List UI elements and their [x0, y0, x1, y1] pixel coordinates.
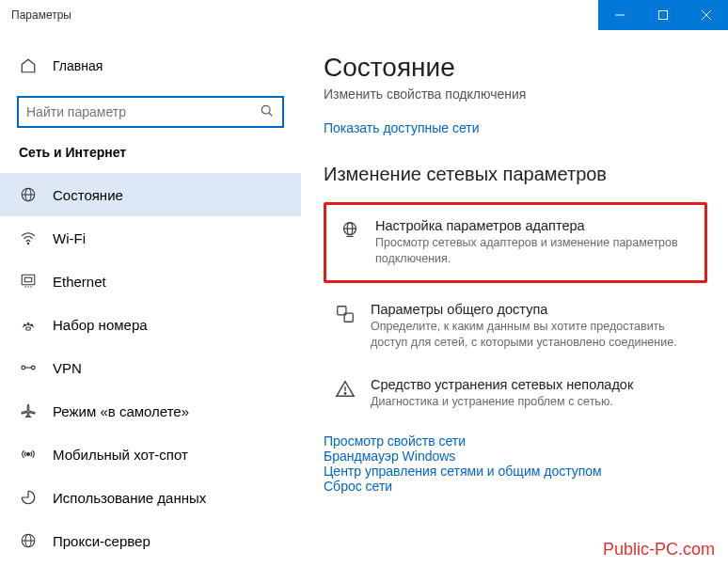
svg-rect-10 — [22, 275, 35, 285]
svg-point-16 — [24, 324, 26, 326]
sidebar-item-datausage[interactable]: Использование данных — [0, 476, 301, 519]
window-controls — [598, 0, 728, 30]
section-title: Изменение сетевых параметров — [324, 164, 707, 185]
adapter-icon — [338, 218, 362, 241]
sidebar-item-label: Прокси-сервер — [53, 533, 150, 549]
svg-line-5 — [269, 113, 272, 116]
svg-rect-15 — [26, 327, 31, 330]
maximize-icon — [658, 10, 668, 20]
sidebar-item-label: Wi-Fi — [53, 230, 86, 246]
page-title: Состояние — [324, 53, 707, 83]
card-desc: Просмотр сетевых адаптеров и изменение п… — [375, 235, 693, 267]
svg-point-22 — [27, 453, 30, 456]
link-network-center[interactable]: Центр управления сетями и общим доступом — [324, 464, 707, 479]
svg-point-18 — [31, 324, 33, 326]
card-adapter-settings[interactable]: Настройка параметров адаптера Просмотр с… — [324, 202, 707, 283]
sidebar-item-label: Ethernet — [53, 274, 106, 290]
sidebar-item-hotspot[interactable]: Мобильный хот-спот — [0, 433, 301, 476]
search-input[interactable] — [26, 104, 260, 119]
card-text: Средство устранения сетевых неполадок Ди… — [371, 377, 633, 410]
sidebar-item-dialup[interactable]: Набор номера — [0, 303, 301, 346]
sidebar-item-label: VPN — [53, 360, 82, 376]
svg-point-17 — [27, 323, 29, 325]
sidebar-item-label: Набор номера — [53, 317, 148, 333]
home-nav-item[interactable]: Главная — [0, 47, 301, 85]
page-subline: Изменить свойства подключения — [324, 87, 707, 102]
sidebar-item-status[interactable]: Состояние — [0, 173, 301, 216]
close-button[interactable] — [685, 0, 728, 30]
link-network-reset[interactable]: Сброс сети — [324, 479, 707, 494]
search-icon — [260, 103, 275, 121]
search-container — [0, 85, 301, 145]
hotspot-icon — [19, 446, 38, 463]
airplane-icon — [19, 402, 38, 419]
troubleshoot-icon — [333, 377, 357, 400]
minimize-button[interactable] — [598, 0, 641, 30]
card-text: Параметры общего доступа Определите, к к… — [371, 302, 698, 351]
svg-point-19 — [22, 366, 25, 370]
card-title: Параметры общего доступа — [371, 302, 698, 317]
svg-rect-11 — [24, 277, 32, 282]
window-title: Параметры — [0, 8, 71, 22]
sidebar-item-label: Мобильный хот-спот — [53, 447, 188, 463]
sidebar-item-proxy[interactable]: Прокси-сервер — [0, 519, 301, 562]
home-label: Главная — [53, 58, 103, 73]
maximize-button[interactable] — [641, 0, 685, 30]
dialup-icon — [19, 316, 38, 333]
watermark: Public-PC.com — [603, 540, 715, 559]
sidebar-item-label: Использование данных — [53, 490, 206, 506]
sidebar-item-label: Режим «в самолете» — [53, 403, 189, 419]
svg-point-9 — [27, 243, 29, 244]
svg-point-4 — [261, 105, 270, 114]
card-text: Настройка параметров адаптера Просмотр с… — [375, 218, 693, 267]
sidebar: Главная Сеть и Интернет Состояние Wi-Fi — [0, 30, 301, 567]
card-desc: Диагностика и устранение проблем с сетью… — [371, 394, 633, 410]
category-header: Сеть и Интернет — [0, 145, 301, 173]
content-panel: Состояние Изменить свойства подключения … — [301, 30, 728, 567]
titlebar: Параметры — [0, 0, 728, 30]
proxy-icon — [19, 532, 38, 549]
sidebar-item-label: Состояние — [53, 187, 123, 203]
link-firewall[interactable]: Брандмауэр Windows — [324, 449, 707, 464]
main-container: Главная Сеть и Интернет Состояние Wi-Fi — [0, 30, 728, 567]
sidebar-item-wifi[interactable]: Wi-Fi — [0, 216, 301, 260]
home-icon — [19, 57, 38, 74]
search-box[interactable] — [17, 96, 284, 128]
sidebar-item-airplane[interactable]: Режим «в самолете» — [0, 389, 301, 433]
vpn-icon — [19, 359, 38, 376]
globe-icon — [19, 186, 38, 203]
svg-point-20 — [31, 366, 35, 370]
link-network-properties[interactable]: Просмотр свойств сети — [324, 433, 707, 449]
sidebar-item-ethernet[interactable]: Ethernet — [0, 260, 301, 303]
sharing-icon — [333, 302, 357, 324]
minimize-icon — [615, 10, 625, 20]
card-desc: Определите, к каким данным вы хотите пре… — [371, 319, 698, 351]
link-show-networks[interactable]: Показать доступные сети — [324, 120, 707, 135]
data-usage-icon — [19, 489, 38, 506]
svg-rect-1 — [659, 11, 668, 20]
card-title: Средство устранения сетевых неполадок — [371, 377, 633, 392]
wifi-icon — [19, 229, 38, 246]
sidebar-item-vpn[interactable]: VPN — [0, 346, 301, 389]
card-title: Настройка параметров адаптера — [375, 218, 693, 233]
close-icon — [702, 10, 711, 20]
svg-point-33 — [344, 392, 345, 393]
card-sharing-options[interactable]: Параметры общего доступа Определите, к к… — [324, 294, 707, 358]
card-troubleshoot[interactable]: Средство устранения сетевых неполадок Ди… — [324, 370, 707, 417]
ethernet-icon — [19, 273, 38, 290]
